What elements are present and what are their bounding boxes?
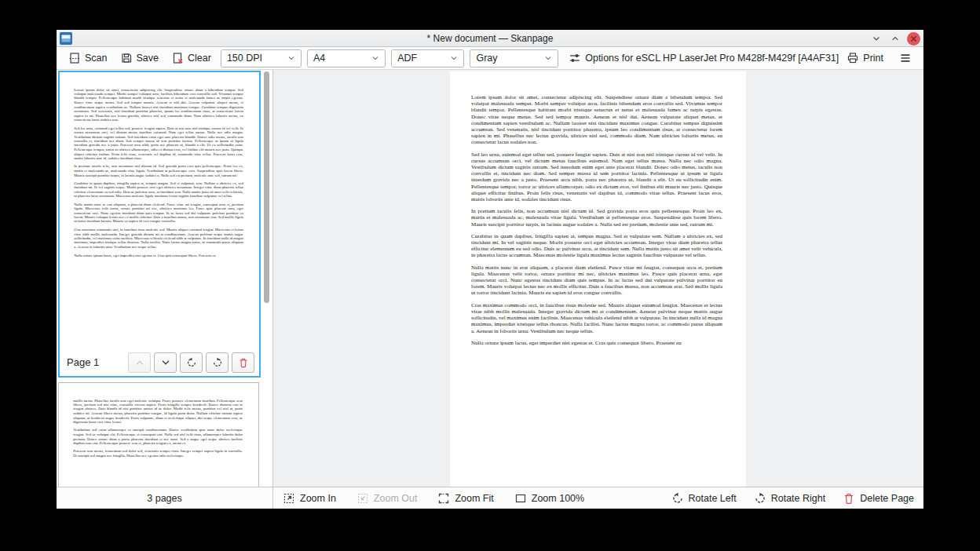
- pages-status: 3 pages: [57, 487, 273, 509]
- page-size-value: A4: [313, 53, 325, 64]
- document-paragraph: Sed leo urna, euismod eget tellus sed, p…: [471, 151, 722, 203]
- skanpage-window: * New document — Skanpage: [57, 30, 923, 509]
- save-label: Save: [137, 53, 159, 64]
- clear-button[interactable]: Clear: [167, 49, 215, 68]
- chevron-down-icon: [872, 34, 881, 43]
- rotate-right-button[interactable]: Rotate Right: [754, 492, 825, 505]
- resolution-combobox[interactable]: 150 DPI: [221, 49, 302, 68]
- zoom-original-button[interactable]: Zoom 100%: [514, 492, 584, 505]
- document-page-preview: Lorem ipsum dolor sit amet, consectetur …: [450, 71, 746, 487]
- delete-page-label: Delete Page: [860, 493, 914, 504]
- hamburger-menu-button[interactable]: [895, 49, 916, 68]
- zoom-in-icon: [283, 492, 295, 505]
- zoom-out-icon: [357, 492, 369, 505]
- page-thumbnail-1-selected[interactable]: Lorem ipsum dolor sit amet, consectetur …: [58, 71, 261, 378]
- save-button[interactable]: Save: [116, 49, 163, 68]
- thumb-paragraph: Nulla ornare ipsum lacus, eget imperdiet…: [74, 253, 243, 257]
- document-paragraph: Cras maximus commodo orci, in faucibus r…: [471, 302, 722, 334]
- move-page-down-button[interactable]: [154, 352, 177, 373]
- scanner-options-button[interactable]: Options for eSCL HP LaserJet Pro M428f-M…: [565, 49, 843, 68]
- close-icon: [910, 35, 917, 42]
- view-controls: Zoom In Zoom Out Zoom Fit: [273, 487, 923, 509]
- clear-icon: [171, 52, 184, 64]
- page-label: Page 1: [67, 356, 99, 368]
- rotate-page-right-button[interactable]: [206, 352, 229, 373]
- bottom-toolbar: 3 pages Zoom In Zoom Out: [57, 487, 923, 509]
- sliders-icon: [569, 52, 581, 64]
- thumbnails-scrollbar[interactable]: [264, 71, 269, 303]
- document-view: Lorem ipsum dolor sit amet, consectetur …: [273, 70, 923, 487]
- zoom-original-icon: [514, 492, 527, 505]
- rotate-left-label: Rotate Left: [689, 493, 737, 504]
- zoom-out-button: Zoom Out: [357, 492, 418, 505]
- close-button[interactable]: [907, 32, 920, 46]
- scanner-options-label: Options for eSCL HP LaserJet Pro M428f-M…: [585, 53, 839, 64]
- resolution-value: 150 DPI: [227, 53, 262, 64]
- zoom-in-button[interactable]: Zoom In: [283, 492, 336, 505]
- source-combobox[interactable]: ADF: [391, 49, 464, 68]
- page-1-thumbnail-image: Lorem ipsum dolor sit amet, consectetur …: [60, 72, 259, 348]
- chevron-down-icon: [287, 53, 296, 63]
- zoom-original-label: Zoom 100%: [532, 493, 584, 504]
- move-page-up-button: [128, 352, 151, 373]
- thumb-paragraph: Cras maximus commodo orci, in faucibus r…: [74, 228, 243, 250]
- source-value: ADF: [397, 53, 417, 64]
- thumb-paragraph: Curabitur in quam dapibus, fringilla sap…: [74, 181, 243, 199]
- document-paragraph: Curabitur in quam dapibus, fringilla sap…: [471, 233, 722, 259]
- zoom-out-label: Zoom Out: [374, 493, 418, 504]
- rotate-right-label: Rotate Right: [771, 493, 825, 504]
- thumb-paragraph: Praesent sem metus, fermentum sed dolor …: [73, 449, 243, 458]
- screen: * New document — Skanpage: [0, 0, 980, 551]
- trash-icon: [238, 357, 249, 368]
- document-paragraph: Lorem ipsum dolor sit amet, consectetur …: [471, 94, 722, 146]
- zoom-fit-button[interactable]: Zoom Fit: [437, 492, 493, 505]
- rotate-page-left-button[interactable]: [180, 352, 203, 373]
- thumb-paragraph: Vestibulum sed enim ullamcorper et susci…: [73, 428, 243, 445]
- clear-label: Clear: [188, 53, 211, 64]
- chevron-down-icon: [371, 53, 380, 63]
- pages-panel: Lorem ipsum dolor sit amet, consectetur …: [57, 70, 273, 487]
- thumb-paragraph: mollis metus. Phasellus iaculis sem eget…: [73, 399, 243, 425]
- chevron-up-icon: [890, 34, 900, 43]
- rotate-left-icon: [186, 357, 197, 368]
- scan-label: Scan: [85, 53, 108, 64]
- chevron-down-icon: [449, 53, 459, 63]
- save-icon: [120, 52, 133, 64]
- scanner-icon: [68, 52, 81, 64]
- color-mode-value: Gray: [476, 53, 497, 64]
- move-up-icon: [134, 357, 145, 368]
- document-paragraph: Nulla mattis nunc in erat aliquam, a pla…: [471, 265, 722, 297]
- zoom-in-label: Zoom In: [300, 493, 336, 504]
- window-title: * New document — Skanpage: [57, 30, 923, 47]
- minimize-button[interactable]: [869, 31, 883, 46]
- page-size-combobox[interactable]: A4: [307, 49, 386, 68]
- document-paragraph: In pretium iaculis felis, non accumsan n…: [471, 208, 722, 228]
- page-1-controls: Page 1: [60, 348, 259, 376]
- scan-button[interactable]: Scan: [64, 49, 112, 68]
- thumb-paragraph: Lorem ipsum dolor sit amet, consectetur …: [74, 88, 243, 122]
- maximize-button[interactable]: [888, 31, 902, 46]
- page-thumbnail-2[interactable]: mollis metus. Phasellus iaculis sem eget…: [58, 382, 259, 487]
- print-label: Print: [863, 53, 883, 64]
- rotate-left-icon: [671, 492, 684, 505]
- hamburger-menu-icon: [899, 52, 912, 64]
- page-edit-controls: Rotate Left Rotate Right: [671, 492, 914, 505]
- rotate-right-icon: [754, 492, 766, 505]
- thumb-paragraph: Nulla mattis nunc in erat aliquam, a pla…: [74, 203, 243, 224]
- delete-page-button[interactable]: Delete Page: [843, 492, 914, 505]
- content-area: Lorem ipsum dolor sit amet, consectetur …: [57, 70, 923, 487]
- print-button[interactable]: Print: [843, 49, 887, 68]
- delete-page-thumb-button[interactable]: [232, 352, 254, 373]
- window-controls: [869, 30, 920, 47]
- pages-count: 3 pages: [147, 493, 181, 504]
- thumb-paragraph: In pretium iaculis felis, non accumsan n…: [74, 164, 243, 177]
- toolbar-right-group: Print: [843, 49, 916, 68]
- main-toolbar: Scan Save Clear 150 DPI: [57, 47, 923, 70]
- move-down-icon: [160, 357, 171, 368]
- trash-icon: [843, 492, 855, 505]
- thumb-paragraph: Sed leo urna, euismod eget tellus sed, p…: [74, 126, 243, 160]
- chevron-down-icon: [543, 53, 553, 63]
- document-text: Lorem ipsum dolor sit amet, consectetur …: [450, 71, 746, 346]
- color-mode-combobox[interactable]: Gray: [470, 49, 558, 68]
- rotate-left-button[interactable]: Rotate Left: [671, 492, 737, 505]
